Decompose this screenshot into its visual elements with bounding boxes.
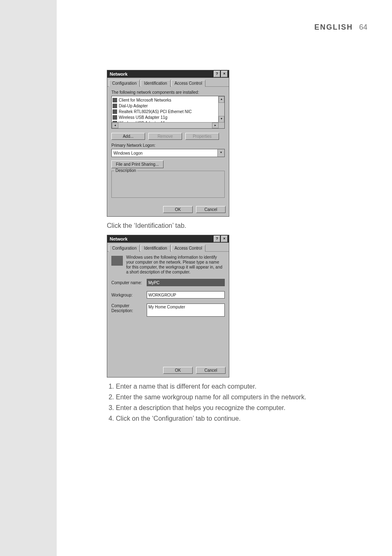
vertical-scrollbar[interactable]: ▴ ▾ <box>218 96 224 123</box>
cancel-button[interactable]: Cancel <box>196 206 226 213</box>
description-input[interactable]: My Home Computer <box>147 303 225 317</box>
network-dialog-identification: Network ? × Configuration Identification… <box>107 235 229 378</box>
list-item: Realtek RTL8029(AS) PCI Ethernet NIC <box>113 109 224 114</box>
components-listbox[interactable]: Client for Microsoft Networks Dial-Up Ad… <box>111 96 225 129</box>
scroll-down-icon[interactable]: ▾ <box>219 116 224 123</box>
computer-name-row: Computer name: MyPC <box>111 279 225 286</box>
workgroup-label: Workgroup: <box>111 293 147 297</box>
titlebar: Network ? × <box>107 235 229 243</box>
ok-button[interactable]: OK <box>163 367 193 374</box>
step-3: Enter a description that helps you recog… <box>116 403 370 413</box>
description-group: Description <box>111 171 225 198</box>
primary-logon-select[interactable]: Windows Logon ▾ <box>111 149 225 157</box>
language-label: ENGLISH <box>314 23 353 31</box>
caption-text: Click the ‘Identification’ tab. <box>107 221 370 231</box>
page-header: ENGLISH 64 <box>314 23 367 32</box>
computer-icon <box>111 256 123 266</box>
page-number: 64 <box>359 23 367 31</box>
components-label: The following network components are ins… <box>111 90 225 95</box>
adapter-icon <box>113 109 117 114</box>
info-row: Windows uses the following information t… <box>111 255 225 275</box>
content-area: Network ? × Configuration Identification… <box>107 70 370 428</box>
tab-identification[interactable]: Identification <box>141 80 170 87</box>
list-item: Client for Microsoft Networks <box>113 97 224 103</box>
list-item: Wireless USB Adapter 11g <box>113 114 224 120</box>
adapter-icon <box>113 115 117 120</box>
help-icon[interactable]: ? <box>214 71 220 77</box>
tab-access-control[interactable]: Access Control <box>171 80 205 87</box>
tab-identification[interactable]: Identification <box>141 245 170 252</box>
tab-strip: Configuration Identification Access Cont… <box>107 243 229 252</box>
computer-name-input[interactable]: MyPC <box>147 279 225 286</box>
instruction-list: Enter a name that is different for each … <box>107 382 370 424</box>
dialog-footer: OK Cancel <box>107 204 229 216</box>
dialog-title: Network <box>110 236 127 241</box>
properties-button[interactable]: Properties <box>185 133 219 140</box>
adapter-icon <box>113 104 117 108</box>
component-icon <box>113 98 117 102</box>
file-print-sharing-button[interactable]: File and Print Sharing... <box>111 160 164 168</box>
tab-configuration[interactable]: Configuration <box>109 80 140 87</box>
tab-configuration[interactable]: Configuration <box>109 245 140 252</box>
cancel-button[interactable]: Cancel <box>196 367 226 374</box>
description-label: Computer Description: <box>111 303 147 313</box>
horizontal-scrollbar[interactable]: ◂ ▸ <box>112 122 219 128</box>
scroll-up-icon[interactable]: ▴ <box>219 96 224 103</box>
left-margin <box>0 0 57 556</box>
step-1: Enter a name that is different for each … <box>116 382 370 392</box>
step-4: Click on the ‘Configuration’ tab to cont… <box>116 414 370 424</box>
primary-logon-label: Primary Network Logon: <box>111 143 225 148</box>
titlebar-buttons: ? × <box>214 236 228 242</box>
description-row: Computer Description: My Home Computer <box>111 303 225 317</box>
add-button[interactable]: Add... <box>111 133 145 140</box>
component-buttons: Add... Remove Properties <box>111 133 225 140</box>
dialog-title: Network <box>110 72 127 76</box>
titlebar: Network ? × <box>107 70 229 78</box>
workgroup-input[interactable]: WORKGROUP <box>147 291 225 299</box>
titlebar-buttons: ? × <box>214 71 228 77</box>
description-legend: Description <box>114 168 137 173</box>
ok-button[interactable]: OK <box>163 206 193 213</box>
list-item: Dial-Up Adapter <box>113 103 224 109</box>
tab-access-control[interactable]: Access Control <box>171 245 205 252</box>
primary-logon-value: Windows Logon <box>113 151 143 155</box>
scroll-right-icon[interactable]: ▸ <box>212 123 219 128</box>
network-dialog-config: Network ? × Configuration Identification… <box>107 70 229 217</box>
info-text: Windows uses the following information t… <box>126 255 225 275</box>
step-2: Enter the same workgroup name for all co… <box>116 392 370 402</box>
help-icon[interactable]: ? <box>214 236 220 242</box>
close-icon[interactable]: × <box>221 236 228 242</box>
workgroup-row: Workgroup: WORKGROUP <box>111 291 225 299</box>
dialog-footer: OK Cancel <box>107 364 229 377</box>
remove-button[interactable]: Remove <box>148 133 182 140</box>
close-icon[interactable]: × <box>221 71 228 77</box>
chevron-down-icon[interactable]: ▾ <box>217 149 224 157</box>
scroll-left-icon[interactable]: ◂ <box>112 123 118 128</box>
config-pane: The following network components are ins… <box>107 87 229 204</box>
computer-name-label: Computer name: <box>111 280 147 285</box>
identification-pane: Windows uses the following information t… <box>107 252 229 364</box>
scroll-corner <box>219 123 224 128</box>
tab-strip: Configuration Identification Access Cont… <box>107 78 229 87</box>
